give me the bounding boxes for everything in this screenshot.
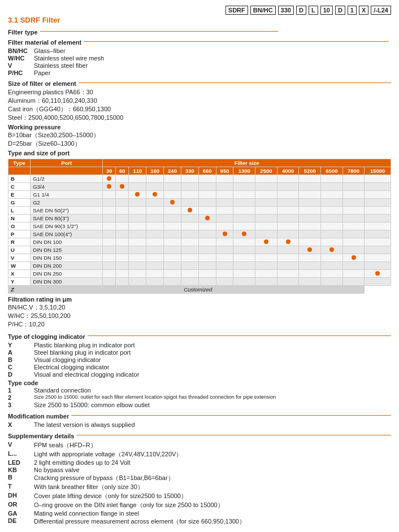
clogging-item: ASteel blanking plug in indicator port <box>8 349 391 356</box>
table-cell <box>216 175 233 183</box>
supplementary-item: GAMating weld connection flange in steel <box>8 510 391 517</box>
table-cell <box>198 223 216 230</box>
filt-1: W/HC：25,50,100,200 <box>8 312 391 320</box>
table-cell <box>321 175 343 183</box>
supplementary-item: ORO–ring groove on the DIN inlet flange（… <box>8 501 391 509</box>
table-cell <box>255 183 277 191</box>
table-cell <box>146 246 164 254</box>
table-cell <box>198 278 216 286</box>
table-cell <box>181 191 198 199</box>
table-row-port: G3/4 <box>31 183 103 191</box>
table-cell <box>116 191 129 199</box>
table-cell <box>146 207 164 215</box>
table-cell <box>129 238 146 246</box>
table-row-port: G2 <box>31 199 103 207</box>
wp-1: D=25bar（Size60–1300） <box>8 139 391 148</box>
table-cell <box>233 230 255 238</box>
table-cell <box>181 223 198 230</box>
table-cell <box>255 175 277 183</box>
filter-type-label: Filter type <box>8 29 38 36</box>
table-row-type: O <box>8 223 31 230</box>
model-part-6: 10 <box>320 6 333 15</box>
port-label: Type and size of port <box>8 150 391 156</box>
table-cell <box>299 223 321 230</box>
table-cell <box>103 230 116 238</box>
supplementary-item: BCracking pressure of bypass（B1=1bar,B6=… <box>8 474 391 482</box>
model-part-10: /-L24 <box>371 6 391 15</box>
table-cell <box>116 207 129 215</box>
table-cell <box>164 230 181 238</box>
model-part-7: D <box>335 6 345 15</box>
table-cell <box>321 199 343 207</box>
table-row-type: Y <box>8 278 31 286</box>
table-row-type: U <box>8 246 31 254</box>
table-cell <box>255 191 277 199</box>
table-cell <box>129 215 146 223</box>
table-cell <box>365 183 391 191</box>
modification-label: Modification number <box>8 413 69 420</box>
type-code-list: 1Standard connection2Size 2500 to 15000:… <box>8 387 391 408</box>
supplementary-item: DHCover plate lifting device（only for si… <box>8 492 391 500</box>
supplementary-item: VFPM seals（HFD–R） <box>8 441 391 450</box>
type-code-item: 1Standard connection <box>8 387 391 394</box>
table-row-port: SAE DN 80(3'') <box>31 215 103 223</box>
size-item-1: Aluminum：60,110,160,240,330 <box>8 97 391 105</box>
table-cell <box>103 199 116 207</box>
table-cell <box>146 254 164 262</box>
table-cell <box>198 246 216 254</box>
table-cell <box>116 230 129 238</box>
table-cell <box>365 278 391 286</box>
table-cell <box>146 199 164 207</box>
table-cell <box>277 215 299 223</box>
th-filter-size: Filter size <box>103 159 391 167</box>
table-cell <box>255 262 277 270</box>
table-cell <box>255 207 277 215</box>
table-row-type: B <box>8 175 31 183</box>
table-cell <box>146 238 164 246</box>
th-type2 <box>8 167 31 175</box>
table-cell <box>233 238 255 246</box>
th-110: 110 <box>129 167 146 175</box>
table-cell <box>321 254 343 262</box>
table-cell <box>342 262 365 270</box>
table-cell <box>116 254 129 262</box>
table-cell <box>342 175 365 183</box>
table-cell <box>277 246 299 254</box>
table-cell <box>129 191 146 199</box>
table-cell <box>164 238 181 246</box>
table-cell <box>164 191 181 199</box>
table-cell <box>365 262 391 270</box>
supplementary-item: LED2 light emitting diodes up to 24 Volt <box>8 459 391 466</box>
table-cell <box>233 183 255 191</box>
table-row-type: G <box>8 199 31 207</box>
model-part-3: 330 <box>278 6 294 15</box>
table-row-port: Customized <box>31 286 365 294</box>
table-cell <box>103 270 116 278</box>
filtration-list: BN/HC,V：3,5,10,20 W/HC：25,50,100,200 P/H… <box>8 303 391 329</box>
table-cell <box>146 191 164 199</box>
th-160: 160 <box>146 167 164 175</box>
table-cell <box>299 262 321 270</box>
table-cell <box>365 223 391 230</box>
supplementary-list: VFPM seals（HFD–R）L...Light with appropri… <box>8 441 391 526</box>
table-cell <box>146 183 164 191</box>
table-cell <box>277 262 299 270</box>
table-cell <box>342 278 365 286</box>
table-row-port: DIN DN 100 <box>31 238 103 246</box>
table-cell <box>181 183 198 191</box>
table-row-port: SAE DN 100(4'') <box>31 230 103 238</box>
table-cell <box>181 254 198 262</box>
th-660: 660 <box>198 167 216 175</box>
table-cell <box>103 183 116 191</box>
table-cell <box>255 278 277 286</box>
table-cell <box>116 223 129 230</box>
table-row-type: X <box>8 270 31 278</box>
table-cell <box>255 215 277 223</box>
type-code-label: Type code <box>8 380 391 386</box>
table-cell <box>198 175 216 183</box>
table-row-type: P <box>8 230 31 238</box>
size-item-0: Engineering plastics PA66：30 <box>8 88 391 97</box>
table-cell <box>103 191 116 199</box>
table-cell <box>164 246 181 254</box>
port-table: Type Port Filter size 30 60 110 160 240 … <box>8 159 391 294</box>
